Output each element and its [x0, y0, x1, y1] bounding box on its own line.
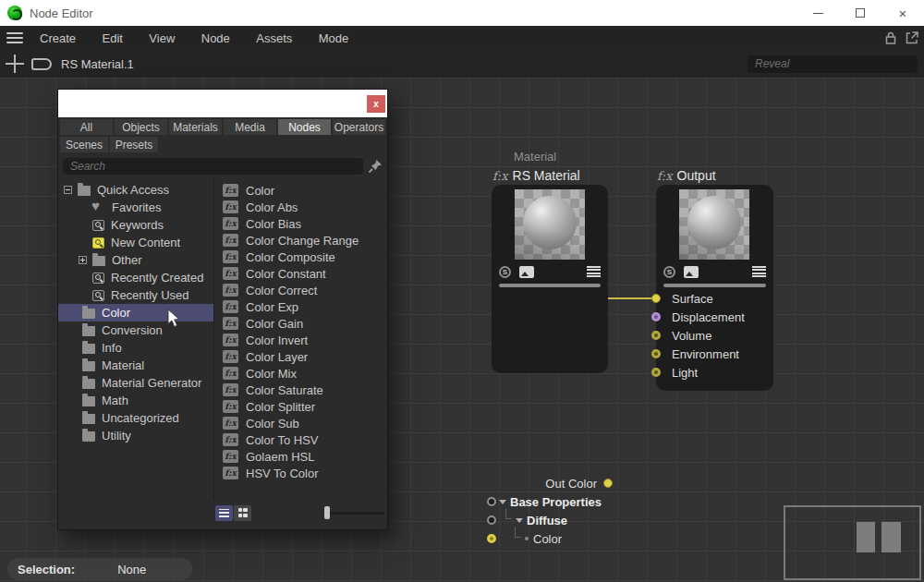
output-port-row[interactable]: Volume	[672, 329, 711, 342]
light-port[interactable]	[651, 368, 661, 377]
node-group-label: Material	[514, 150, 556, 164]
add-node-icon[interactable]	[6, 55, 24, 73]
filter-tab[interactable]: Scenes	[60, 137, 108, 152]
tree-item[interactable]: Recently Used	[58, 286, 213, 304]
node-list-item[interactable]: f:x Color Correct	[214, 282, 387, 298]
open-external-icon[interactable]	[905, 30, 919, 45]
maximize-button[interactable]	[839, 0, 881, 26]
tree-item[interactable]: Utility	[58, 427, 213, 444]
popup-titlebar[interactable]: x	[58, 90, 387, 117]
tree-item[interactable]: Color	[58, 304, 213, 321]
tree-item[interactable]: Uncategorized	[58, 409, 213, 427]
breadcrumb[interactable]: RS Material.1	[61, 57, 134, 71]
preview-image-icon[interactable]	[519, 266, 534, 278]
node-list-item[interactable]: f:x Color Gain	[214, 315, 387, 332]
node-list-item[interactable]: f:x Color Change Range	[214, 232, 387, 249]
node-list-item[interactable]: f:x Color Bias	[214, 215, 387, 232]
minimize-button[interactable]	[796, 0, 839, 26]
node-list-item[interactable]: f:x Color Saturate	[214, 382, 387, 398]
reveal-input[interactable]	[748, 55, 918, 73]
menu-item[interactable]: Create	[31, 28, 84, 49]
slider-thumb[interactable]	[324, 506, 330, 519]
menu-item[interactable]: Mode	[310, 28, 358, 49]
node-list-item[interactable]: f:x Color Exp	[214, 298, 387, 315]
close-button[interactable]: ×	[881, 0, 924, 26]
list-view-button[interactable]	[215, 505, 233, 521]
environment-port[interactable]	[651, 349, 661, 358]
displacement-port[interactable]	[651, 312, 661, 321]
base-properties-row[interactable]: Base Properties	[499, 495, 602, 508]
filter-tab[interactable]: All	[60, 119, 113, 135]
grid-view-button[interactable]	[234, 505, 251, 521]
node-list-item[interactable]: f:x Color Mix	[214, 365, 387, 382]
node-shape-icon[interactable]	[31, 58, 52, 70]
out-color-port[interactable]	[603, 479, 613, 488]
navigator-minimap[interactable]	[784, 505, 921, 580]
filter-tab[interactable]: Materials	[169, 119, 222, 135]
tree-item[interactable]: Keywords	[58, 216, 213, 234]
node-list-item[interactable]: f:x Color Sub	[214, 415, 387, 431]
tree-item[interactable]: Quick Access	[58, 181, 213, 199]
diffuse-row[interactable]: Diffuse	[503, 514, 567, 527]
expander-icon[interactable]	[64, 186, 72, 194]
tree-item[interactable]: Material	[58, 357, 213, 374]
node-list-item[interactable]: f:x Color Composite	[214, 249, 387, 265]
menu-item[interactable]: Assets	[248, 28, 300, 49]
menu-item[interactable]: Node	[193, 28, 238, 49]
tree-item[interactable]: Other	[58, 251, 213, 269]
menu-item[interactable]: Edit	[93, 28, 130, 49]
base-properties-port[interactable]	[487, 497, 496, 506]
solo-badge-icon[interactable]: S	[499, 266, 511, 278]
tree-item-icon	[82, 344, 95, 354]
preview-image-icon[interactable]	[684, 266, 699, 278]
node-list-item[interactable]: f:x Color Layer	[214, 348, 387, 365]
fx-icon: f:x	[492, 169, 508, 183]
pin-icon[interactable]	[367, 158, 383, 175]
color-input-port[interactable]	[487, 534, 496, 543]
node-list-item[interactable]: f:x Color Constant	[214, 265, 387, 282]
filter-tab[interactable]: Operators	[333, 119, 385, 135]
tree-item[interactable]: Material Generator	[58, 374, 213, 392]
surface-port[interactable]	[651, 294, 661, 303]
filter-tab[interactable]: Objects	[115, 119, 167, 135]
search-input[interactable]	[63, 158, 363, 175]
node-list-item[interactable]: f:x HSV To Color	[214, 465, 387, 481]
node-list-item[interactable]: f:x Color Abs	[214, 199, 387, 215]
diffuse-port[interactable]	[487, 515, 496, 525]
filter-tab[interactable]: Nodes	[278, 119, 331, 135]
node-menu-icon[interactable]	[587, 266, 601, 278]
output-port-row[interactable]: Light	[672, 366, 698, 379]
tree-item[interactable]: Math	[58, 392, 213, 409]
node-list-item[interactable]: f:x Color	[214, 182, 387, 199]
node-list-item[interactable]: f:x Golaem HSL	[214, 448, 387, 465]
solo-badge-icon[interactable]: S	[663, 266, 675, 278]
hamburger-menu-icon[interactable]	[6, 32, 23, 43]
node-list-item[interactable]: f:x Color Splitter	[214, 398, 387, 415]
tree-item[interactable]: New Content	[58, 234, 213, 251]
expander-icon[interactable]	[79, 256, 87, 264]
output-port-row[interactable]: Environment	[672, 347, 739, 360]
menu-item[interactable]: View	[140, 28, 183, 49]
node-list-item[interactable]: f:x Color To HSV	[214, 431, 387, 448]
icon-size-slider[interactable]	[327, 505, 384, 520]
output-port-row[interactable]: Surface	[672, 292, 713, 305]
tree-item[interactable]: Favorites	[58, 199, 213, 216]
collapse-caret-icon[interactable]	[499, 500, 506, 504]
rs-material-node[interactable]: S Out Color Base Properties Diffuse Colo…	[492, 185, 608, 373]
popup-close-button[interactable]: x	[367, 95, 385, 113]
filter-tab[interactable]: Presets	[110, 137, 158, 152]
tree-item[interactable]: Info	[58, 339, 213, 357]
tree-item[interactable]: Recently Created	[58, 269, 213, 286]
node-menu-icon[interactable]	[752, 266, 766, 278]
fx-node-icon: f:x	[223, 217, 238, 230]
filter-tab[interactable]: Media	[224, 119, 276, 135]
node-list-item[interactable]: f:x Color Invert	[214, 332, 387, 348]
color-row[interactable]: Color	[512, 532, 562, 545]
volume-port[interactable]	[651, 331, 661, 340]
lock-icon[interactable]	[883, 30, 898, 45]
tree-item[interactable]: Conversion	[58, 321, 213, 339]
output-node[interactable]: S Surface Displacement Volume Envir	[656, 185, 773, 391]
window-titlebar[interactable]: Node Editor ×	[0, 0, 924, 26]
collapse-caret-icon[interactable]	[516, 518, 523, 523]
output-port-row[interactable]: Displacement	[672, 310, 745, 323]
